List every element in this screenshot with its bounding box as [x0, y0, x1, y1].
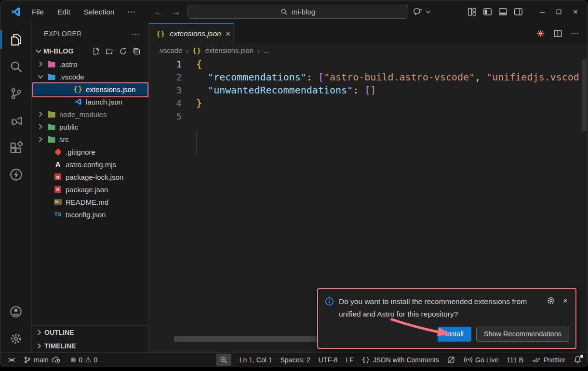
file-size-status[interactable]: 111 B	[507, 356, 523, 364]
typescript-icon: TS	[53, 211, 62, 218]
encoding-status[interactable]: UTF-8	[319, 356, 338, 364]
accounts-button[interactable]	[0, 298, 31, 325]
toggle-primary-sidebar-icon[interactable]	[483, 7, 492, 16]
toggle-secondary-sidebar-icon[interactable]	[514, 7, 523, 16]
settings-button[interactable]	[0, 325, 31, 352]
notification-close-icon[interactable]: ×	[562, 296, 568, 305]
maximize-button[interactable]	[553, 8, 565, 16]
timeline-section[interactable]: TIMELINE	[32, 339, 148, 352]
activity-thunder-client[interactable]	[0, 161, 31, 188]
code-line	[182, 110, 196, 123]
tree-item-gitignore[interactable]: .gitignore	[32, 146, 148, 158]
go-live-button[interactable]: Go Live	[464, 356, 498, 364]
notification-gear-icon[interactable]	[547, 296, 555, 305]
install-button[interactable]: Install	[438, 327, 471, 342]
tree-item-src-folder[interactable]: src	[32, 133, 148, 146]
titlebar: File Edit Selection ⋯ ← → mi-blog – ×	[0, 0, 588, 23]
cursor-position[interactable]: Ln 1, Col 1	[240, 356, 272, 364]
outline-section[interactable]: OUTLINE	[32, 325, 148, 339]
project-root-header[interactable]: MI-BLOG	[32, 44, 148, 58]
formatter-status[interactable]: Prettier	[532, 356, 565, 364]
breadcrumb-file[interactable]: extensions.json	[205, 47, 254, 54]
chevron-right-icon	[35, 342, 43, 350]
tree-item-astro-folder[interactable]: .astro	[32, 58, 148, 70]
activity-run-debug[interactable]	[0, 107, 31, 134]
problems-status[interactable]: ⊗ 0 ⚠ 0	[70, 356, 98, 364]
remote-indicator[interactable]: ><	[8, 356, 14, 364]
language-mode[interactable]: {} JSON with Comments	[362, 356, 439, 364]
vscode-window: File Edit Selection ⋯ ← → mi-blog – ×	[0, 0, 588, 367]
chevron-down-icon	[37, 73, 44, 80]
notifications-bell[interactable]	[574, 356, 582, 364]
new-file-icon[interactable]	[92, 47, 100, 55]
activity-extensions[interactable]	[0, 134, 31, 161]
indent-guide	[196, 130, 197, 155]
toggle-panel-icon[interactable]	[498, 7, 508, 16]
tab-extensions-json[interactable]: {} extensions.json ×	[149, 23, 234, 43]
search-icon	[10, 60, 23, 73]
tab-bar: {} extensions.json × ⋯	[149, 23, 588, 43]
activity-source-control[interactable]	[0, 80, 31, 107]
menu-selection[interactable]: Selection	[77, 8, 121, 16]
breadcrumb-folder[interactable]: .vscode	[158, 47, 182, 54]
starburst-icon[interactable]	[536, 29, 545, 38]
vertical-scrollbar[interactable]	[582, 59, 587, 131]
tree-item-public-folder[interactable]: public	[32, 120, 148, 133]
line-number: 5	[149, 110, 182, 123]
line-number: 4	[149, 97, 182, 110]
breadcrumb-separator: ›	[186, 47, 188, 55]
explorer-more-actions[interactable]: ⋯	[132, 29, 140, 39]
error-icon: ⊗	[70, 356, 77, 364]
chevron-right-icon	[35, 329, 43, 336]
project-root-label: MI-BLOG	[43, 47, 74, 55]
tree-item-node-modules-folder[interactable]: node_modules	[32, 108, 148, 120]
indentation-status[interactable]: Spaces: 2	[280, 356, 310, 364]
blocked-icon[interactable]	[447, 356, 455, 364]
public-folder-icon	[47, 123, 56, 131]
src-folder-icon	[47, 136, 56, 143]
new-folder-icon[interactable]	[106, 47, 114, 55]
minimize-button[interactable]: –	[538, 7, 547, 17]
menu-more-ellipsis[interactable]: ⋯	[121, 7, 141, 17]
chevron-right-icon	[37, 110, 44, 118]
warning-icon: ⚠	[85, 356, 91, 364]
tree-item-package-lock[interactable]: n package-lock.json	[32, 171, 148, 183]
command-center-search[interactable]: mi-blog	[187, 5, 408, 19]
activity-explorer[interactable]	[0, 26, 31, 53]
forward-arrow-icon[interactable]: →	[171, 6, 181, 17]
show-recommendations-button[interactable]: Show Recommendations	[476, 327, 569, 342]
chevron-right-icon	[37, 60, 44, 68]
copilot-menu[interactable]	[413, 0, 431, 23]
line-number: 2	[149, 71, 182, 84]
menu-file[interactable]: File	[25, 8, 51, 16]
npm-icon: n	[54, 186, 61, 193]
tree-item-vscode-folder[interactable]: .vscode	[32, 70, 148, 83]
activity-search[interactable]	[0, 53, 31, 80]
notification-message: Do you want to install the recommended e…	[339, 295, 528, 320]
customize-layout-icon[interactable]	[468, 7, 477, 16]
files-icon	[10, 33, 23, 46]
tree-item-astro-config[interactable]: A astro.config.mjs	[32, 158, 148, 171]
tree-item-tsconfig[interactable]: TS tsconfig.json	[32, 208, 148, 221]
split-editor-icon[interactable]	[553, 29, 562, 38]
collapse-all-icon[interactable]	[133, 47, 141, 55]
back-arrow-icon[interactable]: ←	[154, 6, 163, 17]
git-branch-status[interactable]: main	[24, 356, 61, 364]
zoom-indicator[interactable]	[216, 354, 231, 366]
tree-item-readme[interactable]: M↓ README.md	[32, 196, 148, 208]
refresh-icon[interactable]	[119, 47, 127, 55]
tree-item-package-json[interactable]: n package.json	[32, 183, 148, 196]
info-icon	[325, 297, 334, 306]
extensions-icon	[10, 141, 23, 154]
search-icon	[281, 8, 288, 15]
eol-status[interactable]: LF	[346, 356, 353, 364]
close-tab-icon[interactable]: ×	[226, 29, 231, 38]
explorer-title: EXPLORER	[44, 30, 82, 38]
close-window-button[interactable]: ×	[571, 7, 580, 17]
breadcrumb-more[interactable]: ...	[264, 47, 269, 54]
vscode-folder-icon	[47, 73, 56, 80]
editor-more-actions[interactable]: ⋯	[571, 28, 579, 39]
vscode-logo-icon	[10, 6, 21, 17]
menu-edit[interactable]: Edit	[51, 8, 77, 16]
broadcast-icon	[464, 356, 473, 364]
